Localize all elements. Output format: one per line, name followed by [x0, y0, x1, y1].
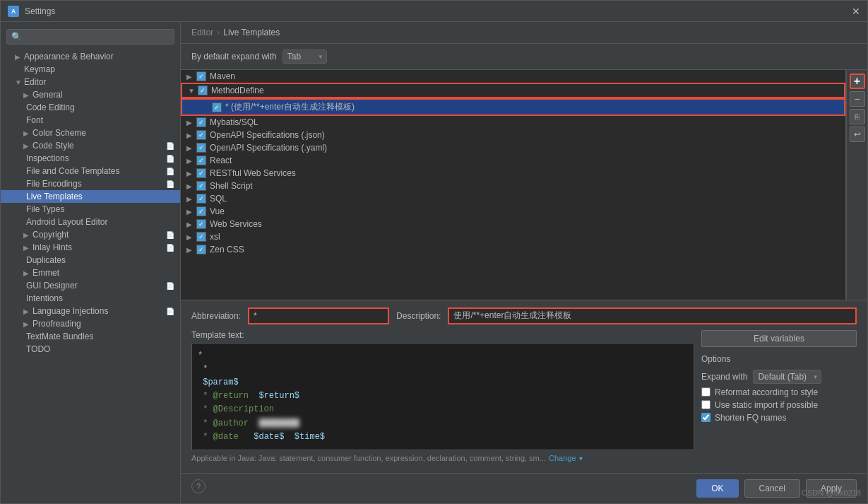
shorten-fq-checkbox[interactable]	[701, 413, 711, 422]
tree-group-shell[interactable]: ▶ ✓ Shell Script	[181, 180, 845, 192]
tree-group-react[interactable]: ▶ ✓ React	[181, 154, 845, 167]
abbreviation-input[interactable]	[248, 307, 389, 324]
applicable-row: Applicable in Java: Java: statement, con…	[191, 454, 694, 466]
inlay-badge: 📄	[166, 244, 174, 252]
tree-group-sql[interactable]: ▶ ✓ SQL	[181, 192, 845, 205]
template-editor[interactable]: * * $param$ * @return $return$ * @Descri…	[191, 343, 694, 450]
maven-checkbox[interactable]: ✓	[196, 71, 206, 81]
sidebar-item-textmate-bundles[interactable]: TextMate Bundles	[1, 330, 180, 343]
openapi-json-checkbox[interactable]: ✓	[196, 130, 206, 140]
add-template-button[interactable]: +	[850, 74, 865, 89]
zen-css-checkbox[interactable]: ✓	[196, 245, 206, 254]
xsl-checkbox[interactable]: ✓	[196, 232, 206, 242]
close-button[interactable]: ✕	[852, 6, 860, 17]
sidebar-item-label: Editor	[24, 77, 46, 87]
cancel-button[interactable]: Cancel	[744, 479, 800, 498]
template-editor-area: Template text: * * $param$ * @return $re…	[191, 330, 694, 466]
remove-template-button[interactable]: −	[850, 91, 865, 107]
sidebar-item-label: Inlay Hints	[32, 242, 72, 252]
shorten-fq-option: Shorten FQ names	[701, 413, 857, 423]
description-input[interactable]	[448, 307, 857, 324]
copy-template-button[interactable]: ⎘	[850, 109, 865, 124]
toolbar: By default expand with Tab Enter Space	[181, 44, 867, 70]
expand-icon: ▶	[23, 320, 30, 328]
sidebar-item-appearance[interactable]: ▶ Appearance & Behavior	[1, 50, 180, 63]
static-import-label: Use static import if possible	[715, 400, 818, 410]
search-input[interactable]	[25, 32, 170, 42]
sidebar-item-language-injections[interactable]: ▶ Language Injections 📄	[1, 305, 180, 317]
abbreviation-label: Abbreviation:	[191, 311, 241, 321]
tree-group-xsl[interactable]: ▶ ✓ xsl	[181, 230, 845, 243]
window-title: Settings	[25, 6, 55, 16]
sidebar-item-inspections[interactable]: Inspections 📄	[1, 152, 180, 165]
sidebar-item-file-encodings[interactable]: File Encodings 📄	[1, 177, 180, 190]
sidebar-item-label: Copyright	[32, 230, 69, 240]
tree-group-web-services[interactable]: ▶ ✓ Web Services	[181, 218, 845, 230]
star-comment-checkbox[interactable]: ✓	[212, 102, 222, 112]
sidebar-item-file-code-templates[interactable]: File and Code Templates 📄	[1, 165, 180, 177]
restore-template-button[interactable]: ↩	[850, 127, 865, 142]
static-import-checkbox[interactable]	[701, 400, 711, 409]
edit-variables-button[interactable]: Edit variables	[701, 330, 857, 347]
tree-group-zen-css[interactable]: ▶ ✓ Zen CSS	[181, 243, 845, 256]
shell-checkbox[interactable]: ✓	[196, 181, 206, 191]
tree-group-restful[interactable]: ▶ ✓ RESTful Web Services	[181, 167, 845, 180]
sidebar-item-label: Appearance & Behavior	[24, 52, 114, 61]
sidebar-item-gui-designer[interactable]: GUI Designer 📄	[1, 279, 180, 292]
sidebar-item-live-templates[interactable]: Live Templates	[1, 190, 180, 203]
openapi-yaml-checkbox[interactable]: ✓	[196, 143, 206, 153]
sidebar-item-android-layout-editor[interactable]: Android Layout Editor	[1, 216, 180, 228]
sidebar-item-editor[interactable]: ▼ Editor	[1, 76, 180, 88]
sql-checkbox[interactable]: ✓	[196, 194, 206, 204]
react-checkbox[interactable]: ✓	[196, 156, 206, 165]
sidebar-item-file-types[interactable]: File Types	[1, 203, 180, 216]
tree-group-openapi-json[interactable]: ▶ ✓ OpenAPI Specifications (.json)	[181, 129, 845, 141]
sidebar-item-keymap[interactable]: Keymap	[1, 63, 180, 76]
reformat-checkbox[interactable]	[701, 387, 711, 397]
sidebar-item-label: File and Code Templates	[26, 166, 120, 176]
web-services-checkbox[interactable]: ✓	[196, 219, 206, 229]
tree-group-vue[interactable]: ▶ ✓ Vue	[181, 205, 845, 218]
sidebar-item-general[interactable]: ▶ General	[1, 88, 180, 101]
sidebar-item-color-scheme[interactable]: ▶ Color Scheme	[1, 127, 180, 139]
search-box[interactable]: 🔍	[6, 29, 174, 45]
watermark: CSDN @sfx0218	[802, 488, 861, 497]
tree-item-star-comment[interactable]: ✓ * (使用/**+enter自动生成注释模板)	[181, 98, 845, 116]
author-value: ████████	[258, 418, 299, 428]
template-area: ▶ ✓ Maven ▼ ✓ MethodDefine ✓ * (使用	[181, 70, 867, 300]
tree-group-mybatis[interactable]: ▶ ✓ Mybatis/SQL	[181, 116, 845, 129]
expand-with-option-select[interactable]: Default (Tab) Tab Enter Space	[753, 370, 821, 384]
vue-checkbox[interactable]: ✓	[196, 206, 206, 216]
sidebar-item-todo[interactable]: TODO	[1, 343, 180, 356]
expand-with-select-wrapper: Default (Tab) Tab Enter Space	[753, 370, 821, 384]
reformat-label: Reformat according to style	[715, 387, 818, 397]
expand-with-row: Expand with Default (Tab) Tab Enter Spac…	[701, 370, 857, 384]
date-var: $date$	[254, 432, 284, 442]
tree-group-openapi-yaml[interactable]: ▶ ✓ OpenAPI Specifications (.yaml)	[181, 141, 845, 154]
expand-with-select[interactable]: Tab Enter Space	[283, 49, 327, 64]
sidebar-item-copyright[interactable]: ▶ Copyright 📄	[1, 228, 180, 241]
expand-icon: ▶	[23, 244, 30, 252]
sidebar-item-intentions[interactable]: Intentions	[1, 292, 180, 305]
restful-checkbox[interactable]: ✓	[196, 168, 206, 178]
sidebar: 🔍 ▶ Appearance & Behavior Keymap ▼ Edito…	[1, 22, 181, 503]
change-link[interactable]: Change	[549, 454, 576, 462]
sidebar-item-duplicates[interactable]: Duplicates	[1, 254, 180, 266]
sidebar-item-inlay-hints[interactable]: ▶ Inlay Hints 📄	[1, 241, 180, 254]
sidebar-item-code-editing[interactable]: Code Editing	[1, 101, 180, 114]
sidebar-item-code-style[interactable]: ▶ Code Style 📄	[1, 139, 180, 152]
mybatis-checkbox[interactable]: ✓	[196, 117, 206, 127]
method-define-checkbox[interactable]: ✓	[198, 86, 208, 95]
tree-group-method-define[interactable]: ▼ ✓ MethodDefine	[181, 83, 845, 98]
sidebar-item-font[interactable]: Font	[1, 114, 180, 127]
expand-icon: ▶	[186, 233, 196, 241]
return-var: $return$	[258, 391, 299, 401]
sidebar-item-label: Android Layout Editor	[26, 217, 107, 227]
sidebar-item-proofreading[interactable]: ▶ Proofreading	[1, 317, 180, 330]
sidebar-item-emmet[interactable]: ▶ Emmet	[1, 266, 180, 279]
ok-button[interactable]: OK	[696, 479, 738, 498]
tree-item-label: Zen CSS	[210, 245, 244, 254]
sidebar-item-label: Color Scheme	[32, 128, 86, 138]
help-button[interactable]: ?	[191, 479, 206, 493]
tree-group-maven[interactable]: ▶ ✓ Maven	[181, 70, 845, 83]
